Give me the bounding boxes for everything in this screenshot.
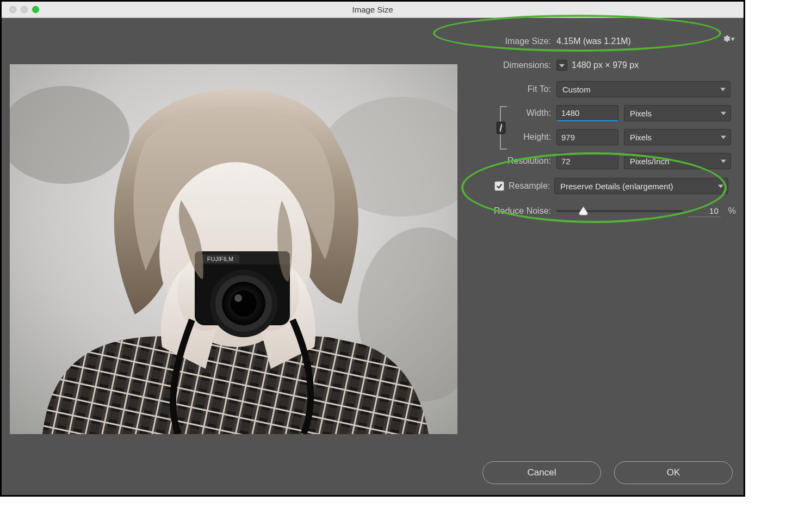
height-label: Height: [469, 132, 556, 142]
reduce-noise-label: Reduce Noise: [469, 206, 556, 216]
dialog-body: FUJIFILM ▾ Image Size: 4.1 [2, 20, 744, 495]
resample-method-select[interactable]: Preserve Details (enlargement) [554, 178, 728, 194]
window-zoom-button[interactable] [32, 6, 39, 13]
image-preview: FUJIFILM [10, 64, 457, 434]
cancel-button[interactable]: Cancel [482, 461, 601, 484]
resolution-input[interactable] [556, 153, 618, 169]
height-input[interactable] [556, 129, 618, 145]
fit-to-select[interactable]: Custom [556, 81, 730, 97]
width-unit-select[interactable]: Pixels [624, 105, 731, 121]
dimensions-unit-toggle[interactable] [556, 60, 567, 71]
resample-checkbox[interactable] [494, 181, 504, 191]
dimensions-value: 1480 px × 979 px [572, 60, 639, 70]
resolution-unit-value: Pixels/Inch [630, 157, 670, 166]
dialog-buttons: Cancel OK [482, 461, 733, 484]
controls-panel: Image Size: 4.15M (was 1.21M) Dimensions… [469, 30, 736, 224]
titlebar: Image Size [2, 2, 744, 18]
image-size-value: 4.15M (was 1.21M) [556, 36, 631, 46]
window-close-button[interactable] [9, 6, 16, 13]
svg-point-30 [231, 290, 257, 317]
reduce-noise-value[interactable]: 10 [688, 205, 721, 217]
svg-marker-32 [559, 64, 565, 67]
resample-label: Resample: [509, 181, 554, 191]
fit-to-value: Custom [562, 85, 591, 94]
resolution-label: Resolution: [469, 156, 556, 166]
image-size-label: Image Size: [469, 36, 556, 46]
svg-text:FUJIFILM: FUJIFILM [207, 256, 233, 262]
width-input[interactable] [556, 105, 618, 121]
reduce-noise-slider[interactable] [556, 210, 683, 212]
percent-label: % [728, 206, 736, 216]
window-controls [9, 6, 39, 13]
image-size-dialog: Image Size [0, 0, 745, 497]
height-unit-select[interactable]: Pixels [624, 129, 731, 145]
ok-button[interactable]: OK [614, 461, 733, 484]
width-label: Width: [469, 108, 556, 118]
dialog-title: Image Size [2, 5, 744, 14]
dimensions-label: Dimensions: [469, 60, 556, 70]
resample-method-value: Preserve Details (enlargement) [560, 182, 673, 191]
resolution-unit-select[interactable]: Pixels/Inch [624, 153, 731, 169]
height-unit-value: Pixels [630, 133, 652, 142]
window-minimize-button[interactable] [21, 6, 28, 13]
width-unit-value: Pixels [630, 109, 652, 118]
fit-to-label: Fit To: [469, 84, 556, 94]
svg-point-31 [234, 294, 242, 302]
